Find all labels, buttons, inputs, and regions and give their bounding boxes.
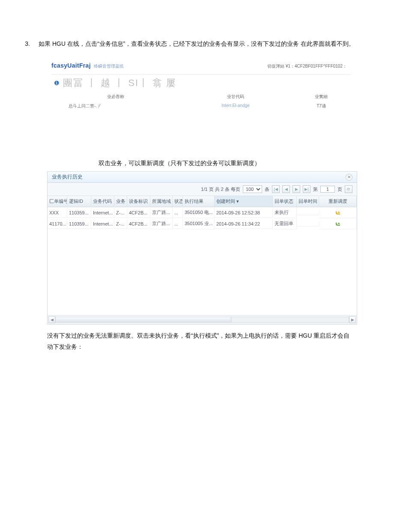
- col-create-time[interactable]: 创建时间 ▾: [215, 196, 273, 207]
- cell: 4CF2B...: [127, 219, 150, 229]
- scroll-right-icon[interactable]: ▶: [349, 316, 356, 323]
- cell: 41170...: [48, 219, 67, 229]
- app-subtitle: 终瞬音管理蓝统: [94, 64, 124, 68]
- cell: ...: [173, 208, 183, 218]
- col-reply-time[interactable]: 回单时间: [297, 196, 319, 207]
- col-region[interactable]: 所属地域: [150, 196, 173, 207]
- close-icon[interactable]: ✕: [346, 174, 352, 181]
- step-number: 3.: [21, 39, 39, 49]
- col-status[interactable]: 状态: [173, 196, 183, 207]
- cell-biz-detail: T7诵: [291, 103, 351, 109]
- scroll-track[interactable]: [55, 317, 349, 323]
- col-order-no[interactable]: 匚单编号: [48, 196, 67, 207]
- reschedule-icon[interactable]: [335, 210, 341, 215]
- cell: 京广路...: [150, 218, 173, 229]
- pager-last-icon[interactable]: ▶|: [303, 185, 310, 193]
- pager-unit: 条: [265, 186, 269, 193]
- per-page-select[interactable]: 100: [243, 185, 262, 193]
- pager-page-prefix: 第: [313, 186, 318, 193]
- pager-prev-icon[interactable]: ◀: [282, 185, 290, 193]
- col-device-id[interactable]: 设备标识: [127, 196, 150, 207]
- grid-empty-area: [48, 229, 357, 315]
- tab-bar: ❶ 團冨 丨 越 丨 SI丨 翕 屢: [51, 74, 351, 90]
- cell: 2014-09-26 12:52:38: [215, 208, 273, 218]
- cell-biz-code: Interr.El-andge: [180, 103, 291, 109]
- cell: 2014-09-26 11:34:22: [215, 219, 273, 229]
- col-reschedule[interactable]: 重新调度: [319, 196, 357, 207]
- col-biz-name: 业必吞称: [51, 94, 180, 100]
- pager-bar: 1/1 页 共 2 条 每页 100 条 |◀ ◀ ▶ ▶| 第 页 ⟳: [48, 183, 357, 196]
- tab-indicator-icon: ❶: [54, 80, 60, 86]
- cell-biz-name: 总斗丄问二苦-. :∕: [51, 103, 180, 109]
- col-biz-detail: 业荑細: [291, 94, 351, 100]
- col-logic-id[interactable]: 逻辑ID: [67, 196, 91, 207]
- execution-history-panel: 业务执行历史 ✕ 1/1 页 共 2 条 每页 100 条 |◀ ◀ ▶ ▶| …: [47, 171, 357, 324]
- step-text: 如果 HGU 在线，点击“业务信息”，查看业务状态，已经下发过的业务会有显示，没…: [39, 40, 355, 47]
- cell: [297, 222, 319, 226]
- cell: XXX: [48, 208, 67, 218]
- cell: 110359...: [67, 219, 91, 229]
- reschedule-icon[interactable]: [335, 221, 341, 226]
- table-row[interactable]: XXX110359...Internet...Z-...4CF2B...京广路.…: [48, 207, 357, 218]
- history-grid: 匚单编号 逻辑ID 业务代码 业务 设备标识 所属地域 状态 执行结果 创建时间…: [48, 196, 357, 315]
- panel-title-text: 业务执行历史: [52, 173, 83, 181]
- cell: 3501005 业...: [183, 218, 215, 229]
- grid-header-row: 匚单编号 逻辑ID 业务代码 业务 设备标识 所属地域 状态 执行结果 创建时间…: [48, 196, 357, 207]
- cell: 3501050 电...: [183, 207, 215, 218]
- cell: Internet...: [91, 208, 114, 218]
- cell: ...: [173, 219, 183, 229]
- cell: Z-...: [114, 208, 127, 218]
- app-brand: fcasyUaitFraj: [51, 62, 91, 69]
- bizinfo-data-row: 总斗丄问二苦-. :∕ Interr.El-andge T7诵: [51, 101, 351, 111]
- tab-glyph-placeholder: 團冨 丨 越 丨 SI丨 翕 屢: [63, 77, 176, 89]
- col-reply-status[interactable]: 回单状态: [273, 196, 297, 207]
- cell: 无需回单: [273, 218, 297, 229]
- business-info-screenshot: fcasyUaitFraj 终瞬音管理蓝统 切促渾結 ¥1：4CF2BF01FF…: [51, 62, 351, 111]
- col-biz-code[interactable]: 业务代码: [91, 196, 114, 207]
- cell: Internet...: [91, 219, 114, 229]
- cell: 110359...: [67, 208, 91, 218]
- panel-titlebar: 业务执行历史 ✕: [48, 172, 357, 183]
- instruction-step-3: 3.如果 HGU 在线，点击“业务信息”，查看业务状态，已经下发过的业务会有显示…: [21, 39, 373, 49]
- pager-page-suffix: 页: [337, 186, 342, 193]
- pager-page-input[interactable]: [320, 186, 335, 193]
- redeploy-instruction: 双击业务，可以重新调度（只有下发过的业务可以重新调度）: [98, 158, 373, 169]
- switch-node-label: 切促渾結 ¥1：4CF2BF01FFF^FFF0102：: [267, 63, 347, 69]
- pager-next-icon[interactable]: ▶: [293, 185, 300, 193]
- bizinfo-header-row: 业必吞称 业甘代码 业荑細: [51, 92, 351, 101]
- horizontal-scrollbar[interactable]: ◀ ▶: [48, 315, 357, 324]
- scroll-left-icon[interactable]: ◀: [48, 316, 55, 323]
- cell: [297, 211, 319, 215]
- cell-reschedule[interactable]: [319, 219, 357, 229]
- pager-summary: 1/1 页 共 2 条 每页: [201, 186, 240, 193]
- col-biz[interactable]: 业务: [114, 196, 127, 207]
- col-biz-code: 业甘代码: [180, 94, 291, 100]
- cell: Z-...: [114, 219, 127, 229]
- note-not-issued: 没有下发过的业务无法重新调度。双击未执行业务，看“执行模式”，如果为上电执行的话…: [47, 330, 352, 352]
- cell: 京广路...: [150, 207, 173, 218]
- cell: 4CF2B...: [127, 208, 150, 218]
- scroll-thumb[interactable]: [56, 317, 231, 322]
- col-exec-result[interactable]: 执行结果: [183, 196, 215, 207]
- pager-go-icon[interactable]: ⟳: [345, 185, 352, 193]
- cell: 未执行: [273, 207, 297, 218]
- pager-first-icon[interactable]: |◀: [272, 185, 280, 193]
- table-row[interactable]: 41170...110359...Internet...Z-...4CF2B..…: [48, 218, 357, 229]
- cell-reschedule[interactable]: [319, 208, 357, 218]
